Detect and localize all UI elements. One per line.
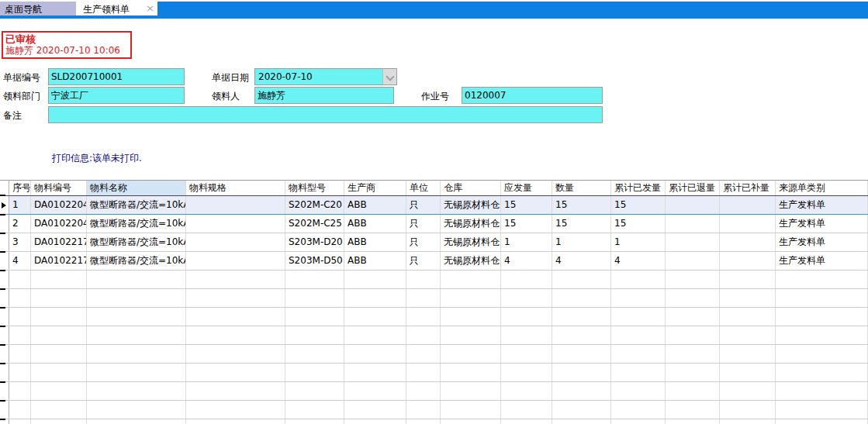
row-selector[interactable] <box>0 345 9 363</box>
cell-maker[interactable]: ABB <box>344 215 406 233</box>
job-no-field[interactable] <box>462 87 603 104</box>
row-selector[interactable] <box>0 215 9 233</box>
cell-cum-returned[interactable] <box>666 233 720 251</box>
row-selector[interactable] <box>0 252 9 270</box>
row-selector[interactable] <box>0 326 9 344</box>
doc-date-field[interactable]: 2020-07-10 <box>254 68 397 85</box>
row-selector[interactable] <box>0 364 9 381</box>
table-row[interactable]: 2DA01022044微型断路器/交流=10kAS202M-C25ABB只无锡原… <box>0 215 868 233</box>
doc-no-field[interactable] <box>48 68 185 85</box>
cell-maker[interactable]: ABB <box>344 196 406 214</box>
cell-spec[interactable] <box>186 252 285 270</box>
cell-code[interactable]: DA01022044 <box>31 215 87 233</box>
column-header-spec[interactable]: 物料规格 <box>186 181 285 195</box>
chevron-down-icon[interactable] <box>382 69 396 84</box>
empty-row[interactable] <box>0 345 868 364</box>
cell-idx[interactable]: 1 <box>9 196 31 214</box>
cell-name[interactable]: 微型断路器/交流=10kA <box>87 233 186 251</box>
row-selector[interactable] <box>0 308 9 326</box>
row-selector[interactable] <box>0 289 9 307</box>
cell-name[interactable]: 微型断路器/交流=10kA <box>87 252 186 270</box>
empty-row[interactable] <box>0 401 868 419</box>
cell-due-qty[interactable]: 15 <box>501 215 552 233</box>
row-selector[interactable] <box>0 271 9 288</box>
cell-model[interactable]: S203M-D50 <box>285 252 344 270</box>
cell-qty[interactable]: 15 <box>552 215 611 233</box>
cell-idx[interactable]: 3 <box>9 233 31 251</box>
cell-code[interactable]: DA01022175 <box>31 233 87 251</box>
cell-unit[interactable]: 只 <box>406 233 441 251</box>
cell-name[interactable]: 微型断路器/交流=10kA <box>87 196 186 214</box>
column-header-cum-returned[interactable]: 累计已退量 <box>666 181 720 195</box>
cell-idx[interactable]: 4 <box>9 252 31 270</box>
cell-cum-returned[interactable] <box>666 252 720 270</box>
empty-row[interactable] <box>0 364 868 382</box>
cell-due-qty[interactable]: 4 <box>501 252 552 270</box>
dept-field[interactable] <box>48 87 185 104</box>
cell-due-qty[interactable]: 15 <box>501 196 552 214</box>
column-header-cum-added[interactable]: 累计已补量 <box>720 181 776 195</box>
empty-row[interactable] <box>0 382 868 401</box>
cell-model[interactable]: S202M-C25 <box>285 215 344 233</box>
cell-code[interactable]: DA01022175 <box>31 252 87 270</box>
cell-unit[interactable]: 只 <box>406 196 441 214</box>
cell-unit[interactable]: 只 <box>406 252 441 270</box>
row-selector[interactable] <box>0 382 9 400</box>
picker-field[interactable] <box>254 87 394 104</box>
cell-model[interactable]: S203M-D20 <box>285 233 344 251</box>
cell-cum-returned[interactable] <box>666 196 720 214</box>
empty-row[interactable] <box>0 271 868 289</box>
row-selector[interactable] <box>0 401 9 419</box>
column-header-code[interactable]: 物料编号 <box>31 181 87 195</box>
row-selector[interactable] <box>0 196 9 214</box>
cell-unit[interactable]: 只 <box>406 215 441 233</box>
tab-desktop-navigation[interactable]: 桌面导航 <box>0 2 76 16</box>
table-row[interactable]: 3DA01022175微型断路器/交流=10kAS203M-D20ABB只无锡原… <box>0 233 868 252</box>
cell-cum-issued[interactable]: 15 <box>611 196 666 214</box>
cell-warehouse[interactable]: 无锡原材料仓 <box>441 215 501 233</box>
cell-maker[interactable]: ABB <box>344 233 406 251</box>
empty-row[interactable] <box>0 289 868 308</box>
cell-cum-added[interactable] <box>720 252 776 270</box>
column-header-due-qty[interactable]: 应发量 <box>501 181 552 195</box>
row-selector-header[interactable] <box>0 181 9 195</box>
cell-code[interactable]: DA01022043 <box>31 196 87 214</box>
cell-cum-issued[interactable]: 15 <box>611 215 666 233</box>
cell-name[interactable]: 微型断路器/交流=10kA <box>87 215 186 233</box>
cell-warehouse[interactable]: 无锡原材料仓 <box>441 196 501 214</box>
cell-spec[interactable] <box>186 196 285 214</box>
cell-cum-issued[interactable]: 1 <box>611 233 666 251</box>
cell-source-type[interactable]: 生产发料单 <box>776 215 868 233</box>
cell-qty[interactable]: 1 <box>552 233 611 251</box>
cell-source-type[interactable]: 生产发料单 <box>776 196 868 214</box>
row-selector[interactable] <box>0 233 9 251</box>
column-header-idx[interactable]: 序号 <box>9 181 31 195</box>
cell-model[interactable]: S202M-C20 <box>285 196 344 214</box>
cell-due-qty[interactable]: 1 <box>501 233 552 251</box>
close-tab-icon[interactable]: × <box>146 2 154 14</box>
column-header-cum-issued[interactable]: 累计已发量 <box>611 181 666 195</box>
empty-row[interactable] <box>0 308 868 326</box>
cell-cum-added[interactable] <box>720 215 776 233</box>
cell-spec[interactable] <box>186 233 285 251</box>
cell-cum-issued[interactable]: 4 <box>611 252 666 270</box>
remark-field[interactable] <box>48 106 603 123</box>
cell-warehouse[interactable]: 无锡原材料仓 <box>441 233 501 251</box>
table-row[interactable]: 1DA01022043微型断路器/交流=10kAS202M-C20ABB只无锡原… <box>0 196 868 215</box>
column-header-warehouse[interactable]: 仓库 <box>441 181 501 195</box>
cell-maker[interactable]: ABB <box>344 252 406 270</box>
column-header-unit[interactable]: 单位 <box>406 181 441 195</box>
tab-production-requisition[interactable]: 生产领料单 × <box>80 2 157 16</box>
column-header-source-type[interactable]: 来源单类别 <box>776 181 868 195</box>
column-header-qty[interactable]: 数量 <box>552 181 611 195</box>
column-header-model[interactable]: 物料型号 <box>285 181 344 195</box>
cell-source-type[interactable]: 生产发料单 <box>776 233 868 251</box>
cell-warehouse[interactable]: 无锡原材料仓 <box>441 252 501 270</box>
cell-qty[interactable]: 15 <box>552 196 611 214</box>
cell-source-type[interactable]: 生产发料单 <box>776 252 868 270</box>
column-header-maker[interactable]: 生产商 <box>344 181 406 195</box>
empty-row[interactable] <box>0 419 868 424</box>
cell-idx[interactable]: 2 <box>9 215 31 233</box>
empty-row[interactable] <box>0 326 868 345</box>
cell-cum-added[interactable] <box>720 196 776 214</box>
